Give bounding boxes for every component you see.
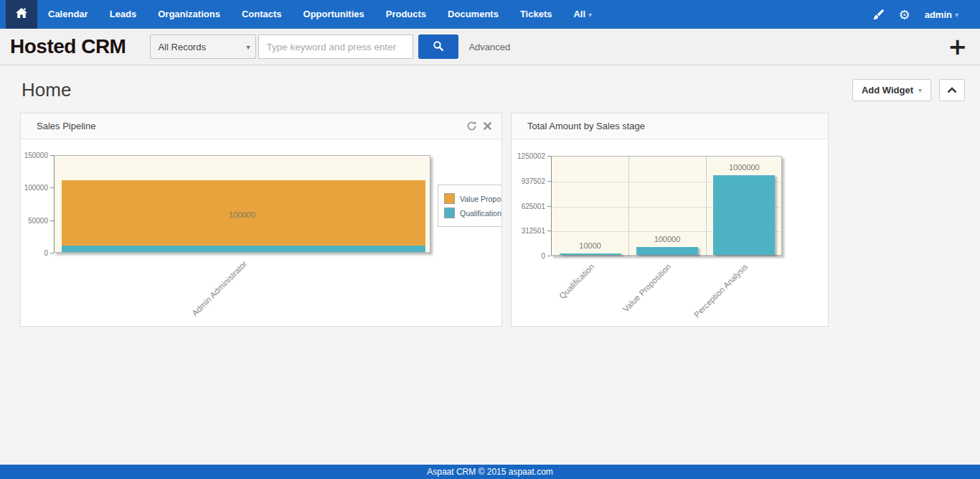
y-tick-label: 0	[512, 252, 545, 260]
add-widget-label: Add Widget	[862, 85, 913, 96]
y-tick-label: 0	[21, 249, 48, 257]
search-scope-value: All Records	[158, 42, 205, 52]
y-tick-mark	[547, 231, 551, 231]
gridline-vertical	[628, 157, 629, 255]
gear-icon[interactable]: ⚙	[899, 7, 910, 22]
widget-sales-pipeline: Sales Pipeline 100000050000100000150000A…	[20, 113, 502, 327]
top-navbar: CalendarLeadsOrganizationsContactsOpport…	[0, 0, 980, 29]
y-tick-mark	[50, 253, 54, 254]
nav-item-calendar[interactable]: Calendar	[37, 0, 99, 29]
plus-icon[interactable]: +	[948, 37, 967, 57]
search-button[interactable]	[418, 34, 458, 59]
y-tick-label: 100000	[21, 184, 48, 192]
brush-icon[interactable]	[872, 9, 885, 21]
add-widget-button[interactable]: Add Widget ▾	[852, 79, 931, 101]
nav-item-contacts[interactable]: Contacts	[231, 0, 293, 29]
chart-plot-area: 100000	[54, 155, 430, 253]
y-tick-mark	[50, 220, 54, 221]
chevron-down-icon: ▾	[588, 11, 592, 19]
bar-qualification	[560, 254, 621, 255]
x-axis-label: Perception Analysis	[672, 262, 749, 325]
main-content: Home Add Widget ▾ Sales Pipeline	[0, 65, 980, 465]
footer: Aspaat CRM © 2015 aspaat.com	[0, 465, 980, 479]
home-nav-button[interactable]	[6, 0, 37, 29]
footer-text: Aspaat CRM © 2015 aspaat.com	[427, 467, 553, 477]
widget-header: Sales Pipeline	[21, 113, 501, 139]
nav-item-all-label: All	[573, 9, 585, 19]
chart-plot-area: 100001000001000000	[551, 156, 782, 256]
collapse-button[interactable]	[939, 79, 965, 101]
user-menu-label: admin	[925, 9, 952, 20]
y-tick-label: 625001	[512, 203, 545, 210]
y-tick-mark	[547, 206, 551, 207]
bar-value-label: 100000	[636, 235, 698, 243]
close-icon[interactable]	[484, 122, 491, 130]
search-input[interactable]	[258, 34, 413, 59]
widget-title: Sales Pipeline	[37, 121, 95, 131]
page-title: Home	[22, 79, 71, 101]
y-tick-label: 1250002	[512, 152, 545, 160]
sales-pipeline-chart: 100000050000100000150000Admin Administra…	[21, 139, 501, 325]
nav-item-products[interactable]: Products	[375, 0, 437, 29]
y-tick-mark	[50, 155, 54, 156]
nav-item-documents[interactable]: Documents	[437, 0, 509, 29]
chart-legend: Value PropositionQualification	[438, 185, 501, 227]
bar-value-proposition	[636, 247, 698, 255]
widgets-row: Sales Pipeline 100000050000100000150000A…	[0, 107, 980, 327]
y-tick-mark	[547, 181, 551, 182]
chevron-down-icon: ▾	[955, 11, 958, 19]
widget-total-amount-by-sales-stage: Total Amount by Sales stage 100001000001…	[511, 113, 829, 327]
page-title-row: Home Add Widget ▾	[0, 65, 980, 107]
advanced-search-link[interactable]: Advanced	[468, 42, 510, 52]
y-tick-label: 150000	[21, 152, 48, 159]
refresh-icon[interactable]	[466, 121, 477, 131]
nav-item-organizations[interactable]: Organizations	[147, 0, 231, 29]
y-tick-mark	[50, 187, 54, 188]
nav-item-tickets[interactable]: Tickets	[509, 0, 563, 29]
nav-item-opportunities[interactable]: Opportunities	[293, 0, 375, 29]
widget-header: Total Amount by Sales stage	[512, 113, 828, 139]
y-tick-mark	[547, 256, 551, 256]
bar-segment-qualification	[62, 246, 425, 252]
app-logo[interactable]: Hosted CRM	[10, 35, 126, 58]
home-icon	[15, 7, 28, 22]
y-tick-label: 50000	[21, 217, 48, 225]
bar-value-label: 10000	[560, 241, 621, 250]
nav-item-leads[interactable]: Leads	[99, 0, 148, 29]
legend-label: Qualification	[460, 209, 501, 218]
legend-label: Value Proposition	[460, 195, 501, 203]
user-menu[interactable]: admin▾	[925, 9, 958, 20]
search-header: Hosted CRM All Records ▾ Advanced +	[0, 29, 980, 65]
gridline-vertical	[706, 157, 707, 255]
legend-swatch	[444, 193, 455, 204]
chevron-down-icon: ▾	[918, 86, 922, 94]
widget-header-icons	[466, 121, 491, 131]
y-tick-label: 312501	[512, 227, 545, 235]
main-nav: CalendarLeadsOrganizationsContactsOpport…	[37, 0, 562, 29]
x-axis-label: Admin Administrator	[171, 259, 248, 325]
legend-item: Value Proposition	[444, 193, 501, 204]
legend-item: Qualification	[444, 208, 501, 218]
global-search: All Records ▾ Advanced	[150, 34, 510, 59]
bar-value-label: 100000	[55, 210, 430, 219]
chevron-down-icon: ▾	[246, 43, 250, 51]
search-icon	[433, 40, 444, 54]
y-tick-mark	[547, 156, 551, 157]
bar-value-label: 1000000	[713, 163, 775, 172]
nav-item-all[interactable]: All▾	[562, 0, 603, 29]
search-scope-select[interactable]: All Records ▾	[150, 34, 256, 59]
x-axis-label: Qualification	[519, 262, 595, 325]
bar-perception-analysis	[713, 175, 775, 255]
navbar-right: ⚙ admin▾	[872, 0, 980, 29]
page-actions: Add Widget ▾	[852, 79, 965, 101]
x-axis-label: Value Proposition	[595, 262, 672, 325]
total-amount-chart: 1000010000010000000312501625001937502125…	[512, 139, 828, 325]
legend-swatch	[444, 208, 455, 218]
chevron-up-icon	[947, 85, 957, 96]
widget-title: Total Amount by Sales stage	[527, 121, 645, 131]
y-tick-label: 937502	[512, 177, 545, 185]
